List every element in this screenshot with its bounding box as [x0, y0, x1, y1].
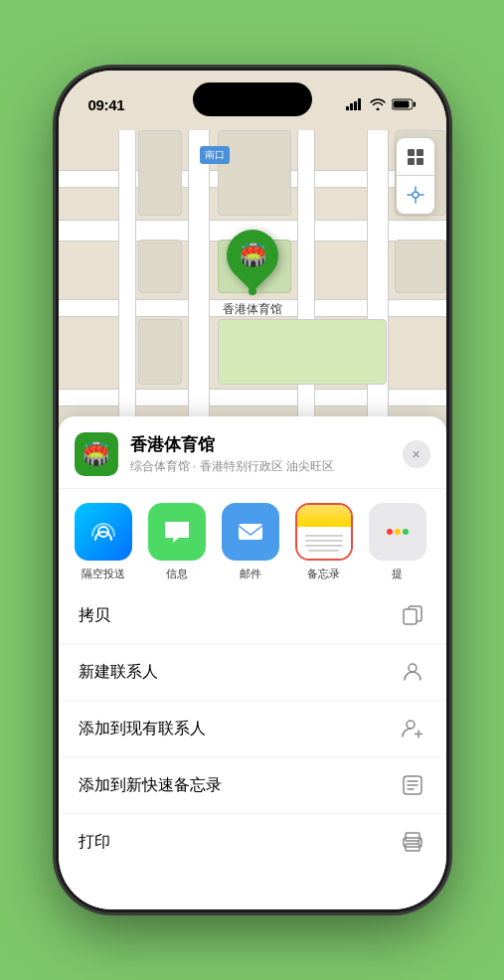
location-btn[interactable] [397, 176, 434, 214]
share-mail[interactable]: 邮件 [222, 503, 279, 581]
map-view-toggle[interactable] [397, 138, 434, 176]
share-messages[interactable]: 信息 [148, 503, 206, 581]
notes-app-icon [295, 503, 353, 561]
new-contact-icon [399, 658, 426, 686]
status-time: 09:41 [88, 96, 125, 113]
svg-rect-9 [408, 158, 415, 165]
svg-rect-10 [417, 158, 423, 165]
action-copy[interactable]: 拷贝 [59, 587, 446, 644]
svg-rect-1 [350, 103, 353, 110]
action-quick-note[interactable]: 添加到新快速备忘录 [59, 757, 446, 814]
share-notes[interactable]: 备忘录 [295, 503, 353, 581]
pin-label: 香港体育馆 [223, 301, 282, 318]
svg-point-34 [418, 842, 420, 844]
add-contact-icon [399, 715, 426, 742]
venue-info: 香港体育馆 综合体育馆 · 香港特别行政区 油尖旺区 [130, 433, 403, 475]
wifi-icon [370, 98, 386, 110]
mail-label: 邮件 [240, 567, 261, 581]
svg-point-11 [413, 192, 419, 198]
messages-icon [148, 503, 206, 561]
map-controls [397, 138, 434, 214]
action-new-contact[interactable]: 新建联系人 [59, 644, 446, 701]
share-airdrop[interactable]: 隔空投送 [75, 503, 132, 581]
add-contact-label: 添加到现有联系人 [79, 719, 206, 739]
copy-icon [399, 601, 426, 629]
messages-label: 信息 [166, 567, 188, 581]
signal-icon [346, 98, 364, 110]
more-icon [369, 503, 426, 561]
dynamic-island [193, 82, 312, 116]
share-row: 隔空投送 信息 邮件 [59, 489, 446, 587]
venue-name: 香港体育馆 [130, 433, 403, 456]
svg-rect-3 [358, 98, 361, 110]
close-button[interactable]: × [403, 440, 430, 468]
svg-rect-2 [354, 101, 357, 110]
svg-rect-0 [346, 106, 349, 110]
quick-note-label: 添加到新快速备忘录 [79, 775, 222, 796]
svg-rect-5 [414, 102, 416, 107]
svg-rect-17 [239, 524, 262, 540]
venue-desc: 综合体育馆 · 香港特别行政区 油尖旺区 [130, 458, 403, 475]
mail-icon [222, 503, 279, 561]
svg-point-24 [407, 721, 415, 729]
map-location-label: 南口 [200, 146, 230, 164]
location-pin: 🏟️ 香港体育馆 [223, 230, 282, 318]
new-contact-label: 新建联系人 [79, 662, 158, 683]
airdrop-label: 隔空投送 [82, 567, 125, 581]
sheet-header: 🏟️ 香港体育馆 综合体育馆 · 香港特别行政区 油尖旺区 × [59, 416, 446, 489]
svg-rect-7 [408, 149, 415, 156]
svg-point-19 [395, 529, 401, 535]
print-icon [399, 828, 426, 856]
status-icons [346, 98, 417, 110]
more-label: 提 [392, 567, 403, 581]
bottom-sheet: 🏟️ 香港体育馆 综合体育馆 · 香港特别行政区 油尖旺区 × 隔空投送 [59, 416, 446, 909]
action-print[interactable]: 打印 [59, 814, 446, 870]
svg-point-23 [409, 664, 417, 672]
quick-note-icon [399, 771, 426, 799]
notes-label: 备忘录 [307, 567, 340, 581]
svg-point-18 [387, 529, 393, 535]
svg-rect-31 [406, 833, 420, 841]
airdrop-icon [75, 503, 132, 561]
print-label: 打印 [79, 832, 110, 853]
share-more[interactable]: 提 [369, 503, 426, 581]
action-list: 拷贝 新建联系人 添 [59, 587, 446, 870]
svg-point-20 [403, 529, 409, 535]
phone-frame: 09:41 [59, 71, 446, 909]
svg-rect-22 [404, 609, 417, 624]
svg-rect-6 [393, 101, 409, 108]
copy-label: 拷贝 [79, 605, 110, 626]
battery-icon [392, 98, 417, 110]
venue-icon: 🏟️ [75, 432, 118, 476]
svg-rect-8 [417, 149, 423, 156]
action-add-contact[interactable]: 添加到现有联系人 [59, 701, 446, 757]
